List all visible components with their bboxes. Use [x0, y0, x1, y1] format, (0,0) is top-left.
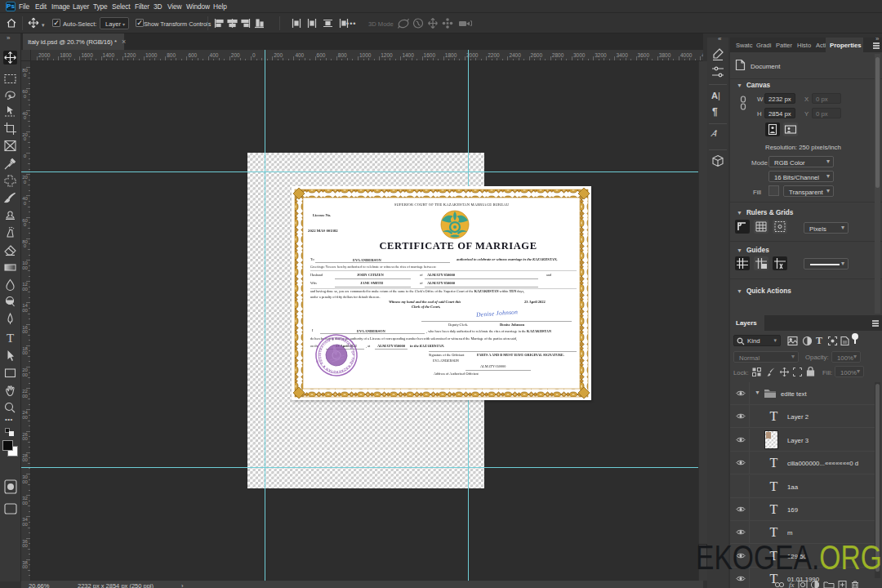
svg-text:fx: fx [789, 581, 795, 588]
